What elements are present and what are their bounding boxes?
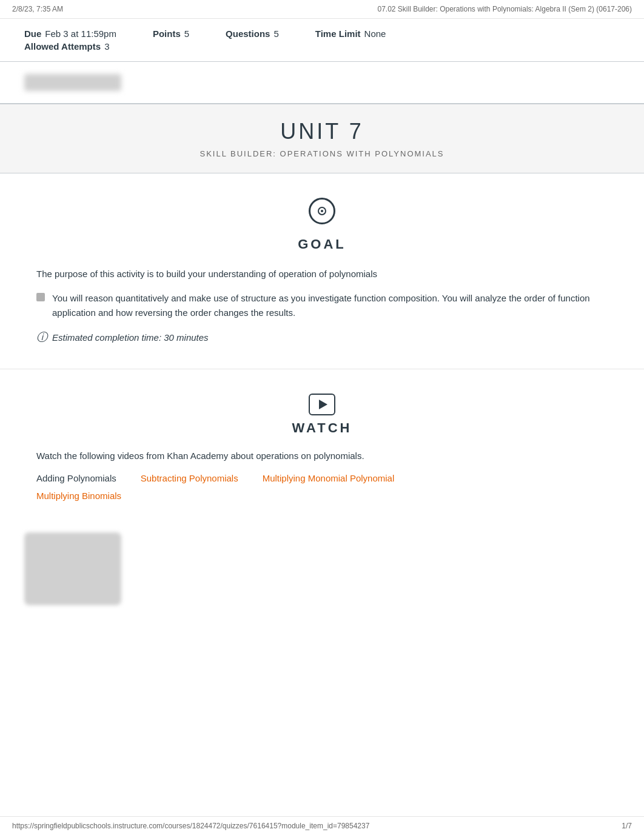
meta-info-section: Due Feb 3 at 11:59pm Points 5 Questions … [0, 19, 644, 62]
goal-title: GOAL [36, 236, 608, 252]
goal-bullet-text: You will reason quantitatively and make … [52, 291, 608, 320]
unit-subtitle: SKILL BUILDER: OPERATIONS WITH POLYNOMIA… [24, 149, 620, 158]
top-bar-date: 2/8/23, 7:35 AM [12, 5, 63, 13]
goal-icon-inner [318, 207, 326, 215]
clock-icon: ⓘ [36, 330, 47, 344]
bullet-square-icon [36, 293, 45, 301]
questions-label: Questions [226, 29, 270, 39]
goal-bullet: You will reason quantitatively and make … [36, 291, 608, 320]
play-triangle-icon [319, 400, 327, 409]
meta-bottom-row: Allowed Attempts 3 [24, 41, 109, 52]
bottom-url: https://springfieldpublicschools.instruc… [12, 822, 369, 830]
watch-section: WATCH Watch the following videos from Kh… [0, 369, 644, 532]
blurred-content [24, 74, 121, 91]
multiplying-monomial-link[interactable]: Multiplying Monomial Polynomial [263, 473, 395, 483]
subtracting-polynomials-link[interactable]: Subtracting Polynomials [141, 473, 238, 483]
due-item: Due Feb 3 at 11:59pm [24, 29, 116, 39]
goal-body: The purpose of this activity is to build… [36, 267, 608, 344]
watch-body: Watch the following videos from Khan Aca… [36, 451, 608, 508]
time-estimate-text: Estimated completion time: 30 minutes [52, 332, 209, 343]
due-value: Feb 3 at 11:59pm [45, 29, 116, 39]
time-estimate: ⓘ Estimated completion time: 30 minutes [36, 330, 608, 344]
time-limit-value: None [364, 29, 386, 39]
multiplying-binomials-link[interactable]: Multiplying Binomials [36, 491, 121, 501]
bottom-bar: https://springfieldpublicschools.instruc… [0, 816, 644, 835]
questions-value: 5 [273, 29, 278, 39]
goal-intro: The purpose of this activity is to build… [36, 267, 608, 281]
due-label: Due [24, 29, 41, 39]
watch-icon [309, 394, 335, 415]
bottom-thumbnail [24, 532, 121, 605]
video-links-row-2: Multiplying Binomials [36, 491, 608, 508]
questions-item: Questions 5 [226, 29, 279, 39]
goal-icon [309, 198, 335, 224]
points-label: Points [153, 29, 181, 39]
allowed-attempts-label: Allowed Attempts [24, 41, 101, 52]
meta-items-row: Due Feb 3 at 11:59pm Points 5 Questions … [24, 29, 620, 39]
bottom-pagination: 1/7 [622, 822, 632, 830]
time-limit-item: Time Limit None [315, 29, 386, 39]
top-bar: 2/8/23, 7:35 AM 07.02 Skill Builder: Ope… [0, 0, 644, 19]
blurred-section [0, 62, 644, 104]
allowed-attempts-value: 3 [104, 41, 109, 52]
points-value: 5 [184, 29, 189, 39]
bottom-area [0, 532, 644, 629]
watch-intro: Watch the following videos from Khan Aca… [36, 451, 608, 461]
time-limit-label: Time Limit [315, 29, 361, 39]
goal-section: GOAL The purpose of this activity is to … [0, 173, 644, 369]
adding-polynomials-link[interactable]: Adding Polynomials [36, 473, 116, 483]
video-links-row: Adding Polynomials Subtracting Polynomia… [36, 473, 608, 491]
watch-title: WATCH [36, 420, 608, 436]
unit-header: UNIT 7 SKILL BUILDER: OPERATIONS WITH PO… [0, 104, 644, 173]
goal-icon-dot [321, 210, 323, 212]
points-item: Points 5 [153, 29, 189, 39]
unit-title: UNIT 7 [24, 119, 620, 144]
top-bar-title: 07.02 Skill Builder: Operations with Pol… [377, 5, 632, 13]
